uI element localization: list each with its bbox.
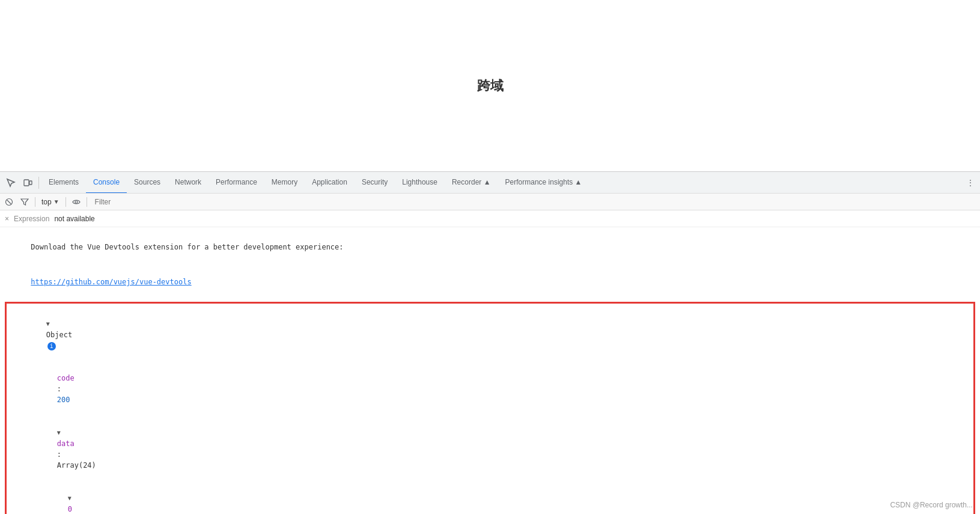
svg-point-4 [75, 201, 78, 203]
page-title: 跨域 [477, 77, 504, 95]
tab-lighthouse[interactable]: Lighthouse [395, 172, 445, 194]
tab-divider [38, 177, 39, 189]
console-toolbar: top ▼ [0, 194, 980, 210]
watermark: CSDN @Record growth... [890, 501, 973, 509]
page-content: 跨域 [0, 0, 980, 171]
tab-elements[interactable]: Elements [41, 172, 86, 194]
clear-console-button[interactable] [2, 195, 16, 209]
expression-bar: × Expression not available [0, 210, 980, 227]
obj-data-triangle[interactable] [57, 427, 61, 438]
context-selector[interactable]: top ▼ [39, 195, 62, 209]
obj-key-0: 0 [68, 505, 72, 513]
console-line-vue-link: https://github.com/vuejs/vue-devtools [0, 265, 980, 299]
obj-value-data: Array(24) [57, 461, 96, 470]
obj-item0-triangle[interactable] [68, 492, 72, 504]
expression-label: Expression [14, 215, 49, 223]
vue-devtools-link[interactable]: https://github.com/vuejs/vue-devtools [31, 278, 191, 286]
obj-code-line: code : 200 [11, 362, 969, 416]
tab-recorder[interactable]: Recorder ▲ [445, 172, 498, 194]
obj-root: Object i [11, 307, 969, 362]
toolbar-divider-2 [65, 197, 66, 207]
obj-item0-header: 0 : [11, 482, 969, 514]
object-container: Object i code : 200 data : Array(24) 0 : [5, 302, 975, 514]
tab-memory[interactable]: Memory [264, 172, 305, 194]
svg-line-3 [7, 200, 11, 204]
obj-data-line: data : Array(24) [11, 416, 969, 482]
obj-label-object: Object [46, 331, 77, 339]
expression-value: not available [54, 215, 94, 223]
obj-colon-code: : [57, 385, 65, 393]
obj-colon-data: : [57, 450, 65, 459]
console-text-vue: Download the Vue Devtools extension for … [31, 243, 343, 251]
context-value: top [41, 198, 52, 206]
obj-key-code: code [57, 374, 75, 382]
tab-sources[interactable]: Sources [127, 172, 168, 194]
obj-value-code: 200 [57, 396, 70, 404]
svg-rect-0 [24, 180, 29, 186]
devtools-tab-bar: Elements Console Sources Network Perform… [0, 172, 980, 194]
console-line-vue-msg: Download the Vue Devtools extension for … [0, 230, 980, 265]
filter-icon-button[interactable] [18, 195, 31, 209]
device-toolbar-icon[interactable] [19, 174, 36, 191]
inspect-element-icon[interactable] [2, 174, 19, 191]
svg-rect-1 [29, 181, 32, 185]
devtools-panel: Elements Console Sources Network Perform… [0, 171, 980, 514]
more-tabs-button[interactable]: ⋮ [963, 179, 978, 187]
filter-input[interactable] [91, 195, 978, 209]
tab-performance[interactable]: Performance [208, 172, 264, 194]
tab-network[interactable]: Network [168, 172, 208, 194]
tab-console[interactable]: Console [86, 172, 127, 194]
obj-root-triangle[interactable] [46, 318, 50, 329]
expression-close[interactable]: × [5, 215, 9, 223]
obj-info-icon[interactable]: i [47, 342, 56, 350]
toolbar-divider-3 [87, 197, 87, 207]
console-output: Download the Vue Devtools extension for … [0, 227, 980, 514]
obj-key-data: data [57, 439, 75, 448]
tab-application[interactable]: Application [305, 172, 355, 194]
context-dropdown-icon: ▼ [53, 198, 59, 205]
tab-performance-insights[interactable]: Performance insights ▲ [498, 172, 589, 194]
tab-security[interactable]: Security [355, 172, 395, 194]
toolbar-divider-1 [35, 197, 35, 207]
eye-icon-button[interactable] [70, 195, 83, 209]
